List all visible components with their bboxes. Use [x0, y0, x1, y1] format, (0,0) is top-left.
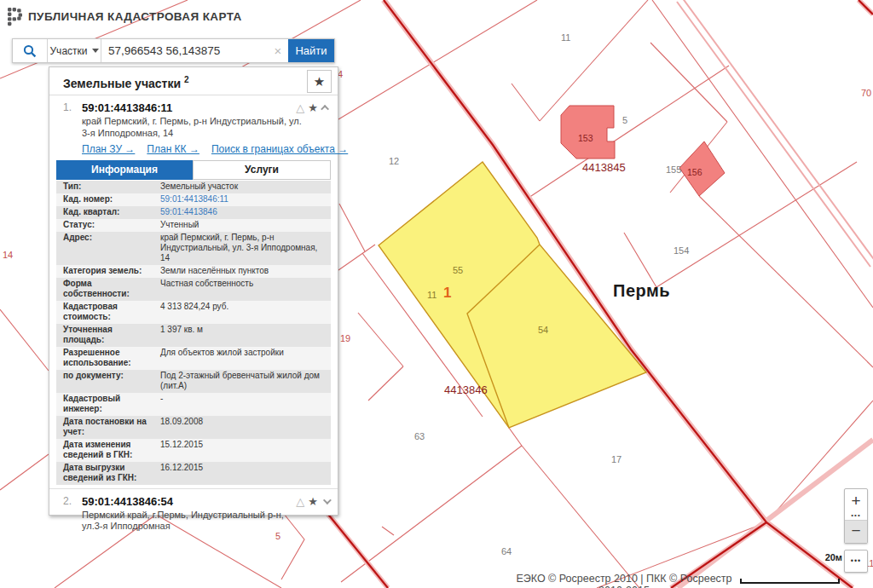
- info-row: Адрес:край Пермский, г. Пермь, р-н Индус…: [56, 232, 331, 265]
- tabs: Информация Услуги: [56, 160, 331, 180]
- search-bar: Участки × Найти: [12, 38, 335, 63]
- info-row-value: Земли населённых пунктов: [157, 265, 331, 278]
- info-row-value: 1 397 кв. м: [157, 324, 331, 347]
- panel-title: Земельные участки 2: [63, 75, 189, 90]
- parcel-action-link[interactable]: План КК →: [147, 143, 199, 155]
- info-row-value-link[interactable]: 59:01:4413846: [157, 206, 331, 219]
- info-row-value: -: [157, 393, 331, 416]
- info-row-label: Дата изменения сведений в ГКН:: [56, 439, 157, 462]
- panel-titlebar: Земельные участки 2 ★: [49, 67, 338, 95]
- cadastral-map-app: 1151215515463176455115414470195114413845…: [0, 0, 873, 588]
- info-row-value: Земельный участок: [157, 181, 331, 193]
- scale-bar: [740, 579, 840, 584]
- results-panel: Земельные участки 2 ★ 1. 59:01:4413846:1…: [49, 66, 338, 516]
- info-row: Дата постановки на учет:18.09.2008: [56, 416, 331, 439]
- item-index: 2.: [63, 495, 72, 507]
- info-row: Форма собственности:Частная собственност…: [56, 278, 331, 301]
- info-row: Кад. номер:59:01:4413846:11: [56, 193, 331, 206]
- result-item-2[interactable]: 2. 59:01:4413846:54 △ ★ Пермский край, г…: [49, 488, 338, 533]
- info-row-label: Кад. квартал:: [56, 206, 157, 219]
- info-row: Кадастровый инженер:-: [56, 393, 331, 416]
- info-row: Кад. квартал:59:01:4413846: [56, 206, 331, 219]
- info-row: Дата изменения сведений в ГКН:15.12.2015: [56, 439, 331, 462]
- info-row-label: Форма собственности:: [56, 278, 157, 301]
- info-row: Тип:Земельный участок: [56, 181, 331, 193]
- rosreestr-logo-icon: [8, 8, 24, 28]
- search-submit-button[interactable]: Найти: [288, 39, 334, 62]
- info-row-label: Разрешенное использование:: [56, 347, 157, 370]
- info-row-value: Для объектов жилой застройки: [157, 347, 331, 370]
- item-cadastral-number: 59:01:4413846:54: [82, 495, 331, 508]
- buildings: [561, 106, 725, 196]
- parcel-action-link[interactable]: План ЗУ →: [82, 143, 135, 155]
- zoom-control: + ••• −: [844, 488, 868, 544]
- parcel-action-link[interactable]: Поиск в границах объекта →: [211, 143, 348, 155]
- item-address: край Пермский, г. Пермь, р-н Индустриаль…: [82, 114, 331, 140]
- zoom-in-button[interactable]: +: [845, 489, 867, 513]
- info-row-label: Дата постановки на учет:: [56, 416, 157, 439]
- info-row: Уточненная площадь:1 397 кв. м: [56, 324, 331, 347]
- item-links-row: План ЗУ →План КК →Поиск в границах объек…: [82, 143, 338, 155]
- info-row-value: 4 313 824,24 руб.: [157, 301, 331, 324]
- info-row-label: Кадастровая стоимость:: [56, 301, 157, 324]
- chevron-down-icon: [92, 49, 99, 53]
- tab-services[interactable]: Услуги: [193, 160, 331, 180]
- info-row: Разрешенное использование:Для объектов ж…: [56, 347, 331, 370]
- tab-information[interactable]: Информация: [56, 160, 193, 180]
- report-error-icon[interactable]: △: [296, 101, 304, 114]
- item-index: 1.: [63, 101, 72, 113]
- info-row-value-link[interactable]: 59:01:4413846:11: [157, 193, 331, 206]
- info-row: Дата выгрузки сведений из ГКН:16.12.2015: [56, 462, 331, 485]
- info-row: Кадастровая стоимость:4 313 824,24 руб.: [56, 301, 331, 324]
- search-input[interactable]: [101, 39, 268, 62]
- info-row-label: Адрес:: [56, 232, 157, 265]
- map-tools-button[interactable]: •••: [844, 550, 868, 573]
- scale-label: 20м: [825, 552, 842, 562]
- favorite-icon[interactable]: ★: [308, 495, 318, 508]
- item-address: Пермский край, г.Пермь, Индустриальный р…: [82, 508, 331, 533]
- info-row-value: 18.09.2008: [157, 416, 331, 439]
- info-row-value: Частная собственность: [157, 278, 331, 301]
- result-count: 2: [184, 75, 189, 84]
- app-title: ПУБЛИЧНАЯ КАДАСТРОВАЯ КАРТА: [28, 10, 242, 23]
- info-row-label: Категория земель:: [56, 265, 157, 278]
- info-row-label: Уточненная площадь:: [56, 324, 157, 347]
- info-row-value: Под 2-этажный бревенчатый жилой дом (лит…: [157, 370, 331, 393]
- info-row-label: Тип:: [56, 181, 157, 193]
- info-row-label: Статус:: [56, 219, 157, 232]
- info-row-value: край Пермский, г. Пермь, р-н Индустриаль…: [157, 232, 331, 265]
- search-category-dropdown[interactable]: Участки: [47, 39, 101, 62]
- info-row-label: Дата выгрузки сведений из ГКН:: [56, 462, 157, 485]
- info-row: Категория земель:Земли населённых пункто…: [56, 265, 331, 278]
- clear-search-icon[interactable]: ×: [268, 39, 288, 62]
- info-row-value: Учтенный: [157, 219, 331, 232]
- app-header: ПУБЛИЧНАЯ КАДАСТРОВАЯ КАРТА: [0, 0, 358, 32]
- map-attribution: ЕЭКО © Росреестр 2010 | ПКК © Росреестр …: [509, 573, 739, 588]
- search-category-label: Участки: [50, 45, 88, 57]
- info-row-label: Кадастровый инженер:: [56, 393, 157, 416]
- info-row-label: Кад. номер:: [56, 193, 157, 206]
- search-icon: [13, 39, 47, 62]
- selected-parcels[interactable]: [379, 162, 646, 428]
- favorite-icon[interactable]: ★: [308, 101, 318, 114]
- zoom-levels-icon[interactable]: •••: [845, 513, 867, 520]
- favorites-star-button[interactable]: ★: [307, 70, 332, 93]
- collapse-icon[interactable]: [321, 105, 329, 113]
- item-cadastral-number: 59:01:4413846:11: [82, 101, 331, 114]
- info-row-value: 15.12.2015: [157, 439, 331, 462]
- info-row: Статус:Учтенный: [56, 219, 331, 232]
- report-error-icon[interactable]: △: [296, 495, 304, 508]
- info-row: по документу:Под 2-этажный бревенчатый ж…: [56, 370, 331, 393]
- zoom-out-button[interactable]: −: [845, 520, 867, 543]
- info-row-label: по документу:: [56, 370, 157, 393]
- result-item-1[interactable]: 1. 59:01:4413846:11 △ ★ край Пермский, г…: [49, 95, 338, 140]
- info-row-value: 16.12.2015: [157, 462, 331, 485]
- parcel-info-table: Тип:Земельный участокКад. номер:59:01:44…: [56, 181, 331, 485]
